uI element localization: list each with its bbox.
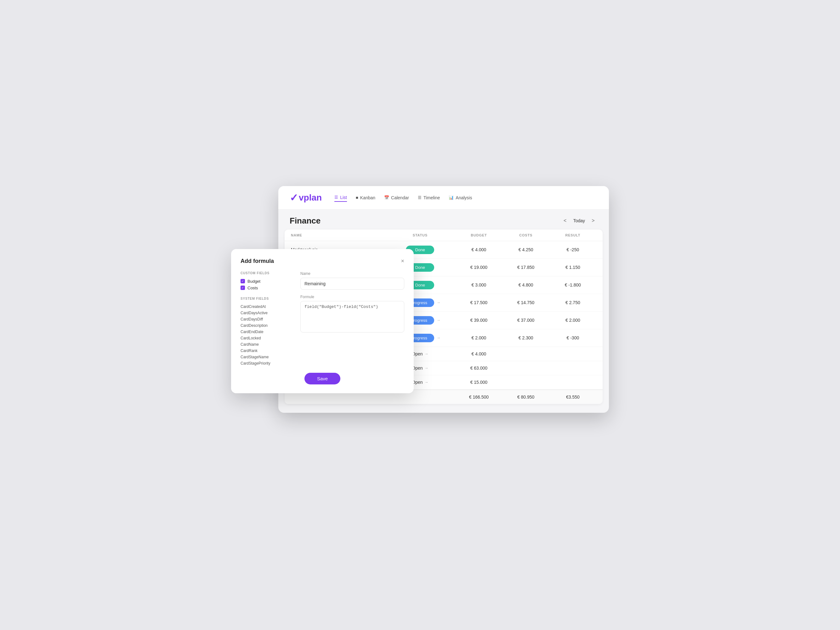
close-button[interactable]: × [401, 258, 404, 264]
arrow-icon: → [425, 366, 428, 370]
field-item-costs[interactable]: ✓ Costs [240, 284, 294, 291]
footer-budget: € 166.500 [455, 395, 502, 399]
page-nav: < Today > [561, 216, 598, 225]
dialog-footer: Save [240, 373, 404, 384]
system-field-item[interactable]: CardStagePriority [240, 360, 294, 366]
prev-nav-button[interactable]: < [561, 216, 570, 225]
row-result: € -250 [549, 247, 596, 252]
tab-list[interactable]: ☰ List [334, 194, 347, 202]
tab-kanban-label: Kanban [360, 195, 375, 200]
kanban-icon: ■ [356, 195, 358, 200]
field-label-budget: Budget [248, 279, 261, 284]
system-fields-list: CardCreatedAt CardDaysActive CardDaysDif… [240, 303, 294, 366]
row-result: € 2.000 [549, 318, 596, 323]
row-costs: € 14.750 [502, 300, 549, 305]
tab-timeline[interactable]: ☰ Timeline [418, 194, 440, 202]
dialog-title: Add formula [240, 258, 274, 264]
save-button[interactable]: Save [305, 373, 340, 384]
col-header-result: RESULT [549, 233, 596, 237]
footer-name [291, 395, 385, 399]
row-budget: € 39.000 [455, 318, 502, 323]
tab-kanban[interactable]: ■ Kanban [356, 194, 375, 202]
arrow-icon: → [437, 336, 441, 340]
checkbox-check-icon: ✓ [242, 279, 244, 283]
add-formula-dialog: Add formula × CUSTOM FIELDS ✓ Budget ✓ [231, 249, 414, 393]
col-header-budget: BUDGET [455, 233, 502, 237]
arrow-icon: → [425, 380, 428, 384]
name-input[interactable] [300, 278, 404, 290]
analysis-icon: 📊 [448, 195, 454, 200]
row-budget: € 15.000 [455, 380, 502, 385]
system-field-item[interactable]: CardLocked [240, 335, 294, 341]
arrow-icon: → [437, 300, 441, 305]
today-button[interactable]: Today [573, 218, 585, 223]
arrow-icon: → [425, 352, 428, 356]
row-result: € 1.150 [549, 265, 596, 270]
system-field-item[interactable]: CardCreatedAt [240, 303, 294, 310]
row-result: € 2.750 [549, 300, 596, 305]
system-field-item[interactable]: CardEndDate [240, 329, 294, 335]
row-budget: € 17.500 [455, 300, 502, 305]
row-costs: € 17.850 [502, 265, 549, 270]
logo-text: vplan [299, 193, 322, 203]
row-budget: € 2.000 [455, 335, 502, 340]
system-field-item[interactable]: CardRank [240, 347, 294, 354]
field-checkbox-costs: ✓ [240, 286, 245, 290]
row-costs: € 4.800 [502, 283, 549, 287]
footer-status [385, 395, 455, 399]
arrow-icon: → [437, 318, 441, 322]
footer-result: €3.550 [549, 395, 596, 399]
row-costs: € 37.000 [502, 318, 549, 323]
tab-analysis-label: Analysis [456, 195, 472, 200]
logo-check-icon: ✓ [290, 192, 298, 204]
row-budget: € 4.000 [455, 247, 502, 252]
row-budget: € 3.000 [455, 283, 502, 287]
tab-calendar-label: Calendar [391, 195, 409, 200]
checkbox-check-icon: ✓ [242, 286, 244, 289]
next-nav-button[interactable]: > [589, 216, 598, 225]
field-label-costs: Costs [248, 286, 258, 290]
col-header-costs: COSTS [502, 233, 549, 237]
field-item-budget[interactable]: ✓ Budget [240, 278, 294, 284]
system-field-item[interactable]: CardName [240, 341, 294, 347]
row-result: € -1.800 [549, 283, 596, 287]
form-panel: Name Formule field("Budget")-field("Cost… [300, 272, 404, 366]
dialog-body: CUSTOM FIELDS ✓ Budget ✓ Costs [240, 272, 404, 366]
system-field-item[interactable]: CardDaysActive [240, 310, 294, 316]
row-costs: € 2.300 [502, 335, 549, 340]
system-field-item[interactable]: CardDescription [240, 322, 294, 329]
row-budget: € 4.000 [455, 351, 502, 357]
footer-costs: € 80.950 [502, 395, 549, 399]
row-result: € -300 [549, 335, 596, 340]
tab-analysis[interactable]: 📊 Analysis [448, 194, 472, 202]
app-header: ✓ vplan ☰ List ■ Kanban 📅 Calendar ☰ [278, 186, 609, 210]
custom-fields-title: CUSTOM FIELDS [240, 272, 294, 275]
logo: ✓ vplan [290, 192, 322, 204]
row-budget: € 19.000 [455, 265, 502, 270]
col-header-status: STATUS [385, 233, 455, 237]
list-icon: ☰ [334, 195, 338, 200]
system-fields-title: SYSTEM FIELDS [240, 297, 294, 300]
page-title: Finance [290, 216, 321, 226]
dialog-header: Add formula × [240, 258, 404, 264]
system-field-item[interactable]: CardDaysDiff [240, 316, 294, 322]
name-label: Name [300, 272, 404, 276]
page-header: Finance < Today > [278, 210, 609, 229]
field-checkbox-budget: ✓ [240, 279, 245, 283]
row-budget: € 63.000 [455, 366, 502, 371]
system-field-item[interactable]: CardStageName [240, 354, 294, 360]
nav-tabs: ☰ List ■ Kanban 📅 Calendar ☰ Timeline 📊 [334, 194, 472, 202]
col-header-name: NAME [291, 233, 385, 237]
formula-textarea[interactable]: field("Budget")-field("Costs") [300, 301, 404, 333]
row-costs: € 4.250 [502, 247, 549, 252]
formula-label: Formule [300, 295, 404, 299]
calendar-icon: 📅 [384, 195, 389, 200]
table-header: NAME STATUS BUDGET COSTS RESULT [284, 229, 603, 241]
timeline-icon: ☰ [418, 195, 422, 200]
custom-fields-list: ✓ Budget ✓ Costs [240, 278, 294, 291]
tab-timeline-label: Timeline [423, 195, 440, 200]
fields-panel: CUSTOM FIELDS ✓ Budget ✓ Costs [240, 272, 294, 366]
tab-list-label: List [340, 195, 347, 200]
tab-calendar[interactable]: 📅 Calendar [384, 194, 409, 202]
